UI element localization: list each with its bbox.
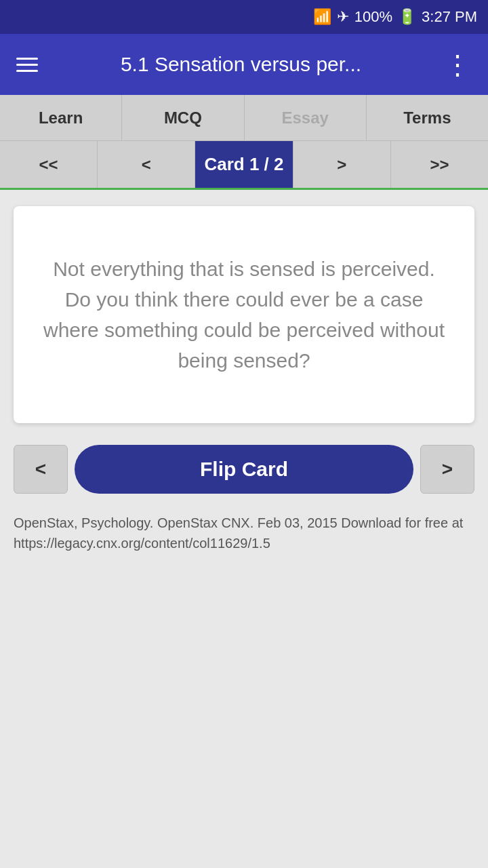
- wifi-icon: 📶: [313, 8, 331, 26]
- tab-essay: Essay: [245, 95, 367, 140]
- time-display: 3:27 PM: [422, 8, 477, 26]
- attribution-text: OpenStax, Psychology. OpenStax CNX. Feb …: [14, 513, 474, 553]
- flip-prev-button[interactable]: <: [14, 445, 68, 494]
- card-area: Not everything that is sensed is perceiv…: [0, 190, 488, 437]
- tab-mcq[interactable]: MCQ: [122, 95, 244, 140]
- flip-area: < Flip Card >: [0, 437, 488, 502]
- menu-icon[interactable]: [11, 52, 43, 77]
- attribution: OpenStax, Psychology. OpenStax CNX. Feb …: [0, 502, 488, 564]
- more-icon[interactable]: ⋮: [439, 51, 477, 78]
- status-icons: 📶 ✈ 100% 🔋 3:27 PM: [313, 8, 477, 26]
- last-card-button[interactable]: >>: [391, 141, 488, 188]
- flip-card-button[interactable]: Flip Card: [75, 445, 413, 494]
- tab-learn[interactable]: Learn: [0, 95, 122, 140]
- status-bar: 📶 ✈ 100% 🔋 3:27 PM: [0, 0, 488, 34]
- flashcard[interactable]: Not everything that is sensed is perceiv…: [14, 206, 474, 423]
- battery-text: 100%: [354, 8, 392, 26]
- battery-icon: 🔋: [398, 8, 416, 26]
- tab-bar: Learn MCQ Essay Terms: [0, 95, 488, 141]
- flashcard-text: Not everything that is sensed is perceiv…: [38, 254, 450, 376]
- card-indicator: Card 1 / 2: [195, 141, 293, 188]
- tab-terms[interactable]: Terms: [367, 95, 488, 140]
- airplane-icon: ✈: [337, 8, 349, 26]
- app-title: 5.1 Sensation versus per...: [54, 53, 428, 76]
- app-bar: 5.1 Sensation versus per... ⋮: [0, 34, 488, 95]
- next-card-button[interactable]: >: [293, 141, 391, 188]
- nav-bar: << < Card 1 / 2 > >>: [0, 141, 488, 190]
- first-card-button[interactable]: <<: [0, 141, 98, 188]
- prev-card-button[interactable]: <: [98, 141, 195, 188]
- flip-next-button[interactable]: >: [420, 445, 474, 494]
